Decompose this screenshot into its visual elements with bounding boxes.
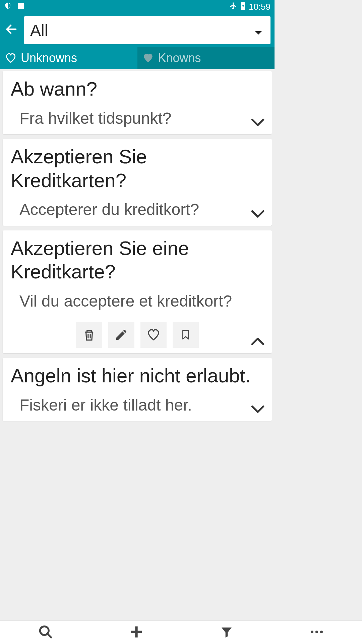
keyboard-icon: A (17, 2, 25, 12)
phrase-card-expanded[interactable]: Akzeptieren Sie eine Kreditkarte? Vil du… (3, 230, 272, 354)
tabs: Unknowns Knowns (0, 47, 275, 69)
app-header: All (0, 13, 275, 47)
status-bar: A 10:59 (0, 0, 275, 13)
battery-charging-icon (241, 1, 245, 12)
back-button[interactable] (4, 20, 19, 41)
favorite-button[interactable] (140, 322, 167, 348)
card-list: Ab wann? Fra hvilket tidspunkt? Akzeptie… (0, 69, 275, 421)
category-dropdown[interactable]: All (24, 16, 270, 44)
expand-icon[interactable] (250, 402, 265, 417)
svg-text:A: A (19, 3, 22, 8)
collapse-icon[interactable] (250, 334, 265, 349)
phrase-secondary: Vil du acceptere et kreditkort? (11, 290, 264, 312)
tab-unknowns-label: Unknowns (21, 51, 77, 65)
dropdown-arrow-icon (254, 21, 262, 40)
dropdown-value: All (30, 21, 48, 40)
tab-knowns-label: Knowns (158, 51, 201, 65)
phrase-secondary: Accepterer du kreditkort? (11, 198, 264, 221)
status-time: 10:59 (249, 2, 270, 12)
phrase-primary: Akzeptieren Sie eine Kreditkarte? (11, 236, 264, 284)
delete-button[interactable] (76, 322, 102, 348)
phrase-primary: Akzeptieren Sie Kreditkarten? (11, 145, 264, 193)
expand-icon[interactable] (250, 115, 265, 130)
tab-knowns[interactable]: Knowns (137, 47, 275, 69)
shield-icon (4, 2, 11, 12)
tab-unknowns[interactable]: Unknowns (0, 47, 137, 69)
expand-icon[interactable] (250, 207, 265, 222)
bookmark-button[interactable] (173, 322, 199, 348)
phrase-card[interactable]: Akzeptieren Sie Kreditkarten? Accepterer… (3, 139, 272, 226)
card-actions (11, 322, 264, 348)
phrase-secondary: Fra hvilket tidspunkt? (11, 107, 264, 129)
svg-rect-3 (242, 2, 244, 3)
airplane-icon (229, 2, 237, 12)
edit-button[interactable] (108, 322, 134, 348)
phrase-primary: Angeln ist hier nicht erlaubt. (11, 364, 264, 388)
phrase-card[interactable]: Angeln ist hier nicht erlaubt. Fiskeri e… (3, 358, 272, 421)
phrase-card[interactable]: Ab wann? Fra hvilket tidspunkt? (3, 71, 272, 134)
phrase-primary: Ab wann? (11, 77, 264, 101)
phrase-secondary: Fiskeri er ikke tilladt her. (11, 394, 264, 416)
